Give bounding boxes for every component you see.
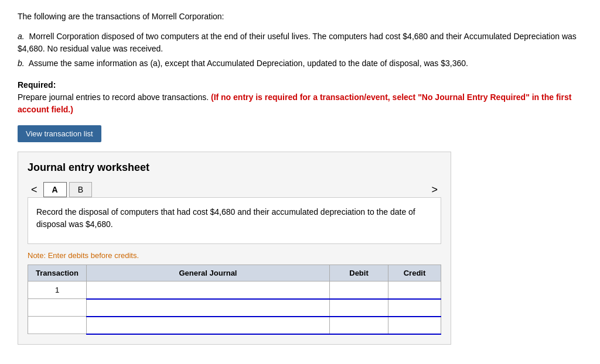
debit-input-2[interactable] [330,299,388,317]
general-journal-input-1[interactable] [87,281,330,299]
table-row [28,317,441,334]
header-general-journal: General Journal [87,265,330,281]
description-text: Record the disposal of computers that ha… [36,207,415,229]
general-journal-input-3[interactable] [87,317,330,334]
transaction-list: a. Morrell Corporation disposed of two c… [18,30,582,70]
header-debit: Debit [330,265,388,281]
instruction-normal: Prepare journal entries to record above … [18,92,211,102]
prev-tab-button[interactable]: < [28,183,41,197]
journal-worksheet: Journal entry worksheet < A B > Record t… [18,152,451,345]
transaction-a: a. Morrell Corporation disposed of two c… [18,30,582,55]
journal-title: Journal entry worksheet [28,162,441,174]
required-section: Required: Prepare journal entries to rec… [18,79,582,116]
journal-table: Transaction General Journal Debit Credit… [28,265,441,335]
tab-left: < A B [28,182,92,197]
required-label: Required: [18,80,56,90]
next-tab-button[interactable]: > [428,183,441,197]
transaction-b: b. Assume the same information as (a), e… [18,57,582,70]
credit-input-3[interactable] [388,317,441,334]
intro-text: The following are the transactions of Mo… [18,12,582,21]
note-text: Note: Enter debits before credits. [28,251,441,260]
header-credit: Credit [388,265,441,281]
table-header-row: Transaction General Journal Debit Credit [28,265,441,281]
transaction-number-2 [28,299,87,317]
description-box: Record the disposal of computers that ha… [28,197,441,244]
credit-input-2[interactable] [388,299,441,317]
transaction-number-1: 1 [28,281,87,299]
debit-input-3[interactable] [330,317,388,334]
tab-a-button[interactable]: A [43,182,67,197]
transaction-number-3 [28,317,87,334]
view-transaction-list-button[interactable]: View transaction list [18,125,101,142]
tab-b-button[interactable]: B [69,182,92,197]
table-row [28,299,441,317]
table-row: 1 [28,281,441,299]
header-transaction: Transaction [28,265,87,281]
debit-input-1[interactable] [330,281,388,299]
general-journal-input-2[interactable] [87,299,330,317]
tab-navigation: < A B > [28,182,441,197]
credit-input-1[interactable] [388,281,441,299]
